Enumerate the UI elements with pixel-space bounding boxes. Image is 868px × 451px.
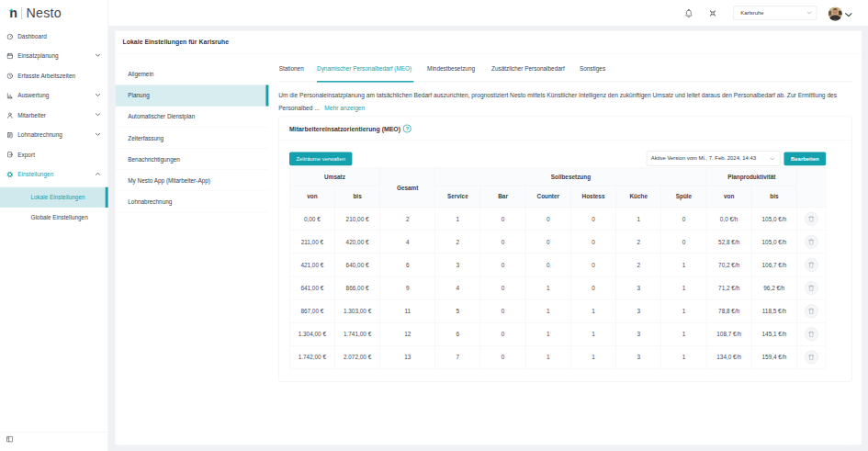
svg-text:?: ? bbox=[405, 126, 409, 131]
